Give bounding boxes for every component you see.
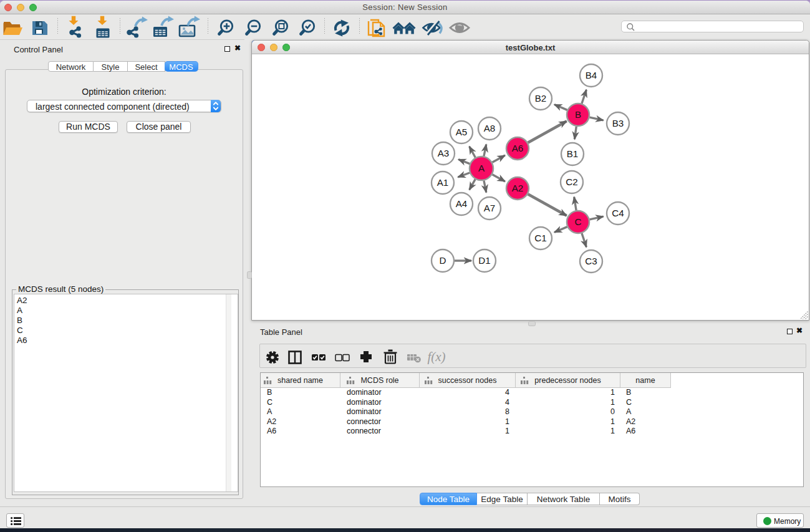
svg-text:A7: A7 bbox=[484, 203, 496, 213]
svg-text:D1: D1 bbox=[478, 255, 490, 266]
svg-text:B: B bbox=[575, 109, 581, 120]
svg-text:B1: B1 bbox=[567, 148, 579, 159]
svg-text:f(x): f(x) bbox=[427, 349, 445, 364]
svg-text:C: C bbox=[575, 216, 582, 227]
svg-text:A2: A2 bbox=[512, 183, 524, 193]
svg-text:B2: B2 bbox=[535, 93, 547, 104]
svg-text:C2: C2 bbox=[566, 177, 577, 187]
svg-text:D: D bbox=[440, 255, 446, 266]
svg-text:A8: A8 bbox=[484, 123, 496, 133]
svg-text:A1: A1 bbox=[437, 177, 449, 188]
svg-text:B4: B4 bbox=[586, 70, 597, 80]
svg-text:C4: C4 bbox=[612, 208, 624, 218]
svg-text:A6: A6 bbox=[512, 143, 524, 153]
svg-text:C1: C1 bbox=[534, 233, 546, 243]
svg-text:A4: A4 bbox=[456, 198, 468, 209]
svg-text:B3: B3 bbox=[612, 118, 624, 128]
svg-text:C3: C3 bbox=[585, 256, 597, 266]
svg-text:A5: A5 bbox=[456, 127, 468, 137]
svg-text:A3: A3 bbox=[438, 148, 450, 158]
svg-text:A: A bbox=[478, 163, 485, 173]
